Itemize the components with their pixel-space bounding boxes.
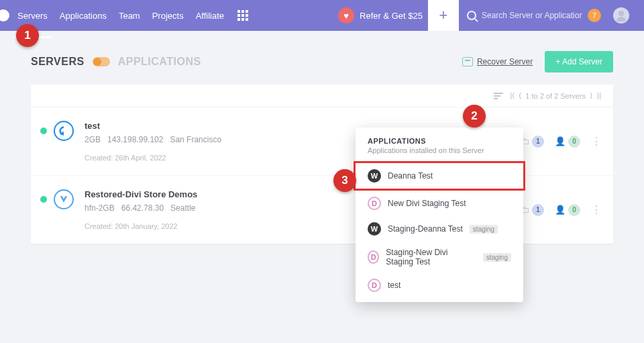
top-nav: Servers Applications Team Projects Affil… bbox=[0, 0, 644, 31]
heading-row: SERVERS APPLICATIONS Recover Server + Ad… bbox=[31, 51, 613, 72]
pager: |⟨ ⟨ 1 to 2 of 2 Servers ⟩ ⟩| bbox=[510, 91, 601, 100]
callout-3: 3 bbox=[333, 169, 356, 192]
server-row[interactable]: Restored-Divi Store Demos hfn-2GB 66.42.… bbox=[31, 176, 613, 244]
staging-tag: staging bbox=[483, 253, 511, 262]
popover-title: APPLICATIONS bbox=[356, 137, 523, 145]
divi-icon: D bbox=[368, 250, 379, 264]
server-location: San Francisco bbox=[170, 135, 221, 144]
pager-prev-icon[interactable]: ⟨ bbox=[519, 91, 521, 100]
callout-2: 2 bbox=[463, 105, 486, 128]
staging-tag: staging bbox=[470, 225, 498, 234]
users-count: 0 bbox=[568, 204, 580, 216]
recover-icon bbox=[462, 57, 473, 66]
heading-applications[interactable]: APPLICATIONS bbox=[118, 56, 201, 68]
app-label: Staging-New Divi Staging Test bbox=[386, 248, 476, 266]
svg-rect-0 bbox=[62, 132, 64, 134]
pager-first-icon[interactable]: |⟨ bbox=[510, 91, 515, 100]
popover-app-item[interactable]: D New Divi Staging Test bbox=[356, 191, 523, 216]
person-icon: 👤 bbox=[555, 136, 566, 146]
nav-team[interactable]: Team bbox=[119, 11, 140, 21]
search-input[interactable] bbox=[482, 11, 582, 20]
server-ip: 143.198.99.102 bbox=[107, 135, 163, 144]
search-icon bbox=[467, 11, 476, 20]
divi-icon: D bbox=[368, 197, 381, 210]
popover-app-item[interactable]: W Deanna Test bbox=[354, 161, 525, 191]
app-label: New Divi Staging Test bbox=[388, 199, 466, 208]
wordpress-icon: W bbox=[368, 169, 381, 183]
projects-count: 1 bbox=[532, 136, 544, 148]
heart-icon: ♥ bbox=[338, 7, 354, 23]
row-menu-icon[interactable]: ⋮ bbox=[591, 135, 601, 148]
popover-app-item[interactable]: D Staging-New Divi Staging Test staging bbox=[356, 242, 523, 273]
user-avatar-icon[interactable] bbox=[613, 7, 629, 23]
row-menu-icon[interactable]: ⋮ bbox=[591, 203, 601, 216]
server-size: hfn-2GB bbox=[85, 203, 115, 213]
divi-icon: D bbox=[368, 279, 381, 292]
server-location: Seattle bbox=[170, 203, 195, 213]
pager-text: 1 to 2 of 2 Servers bbox=[525, 92, 586, 100]
server-row[interactable]: test 2GB 143.198.99.102 San Francisco Cr… bbox=[31, 107, 613, 176]
server-ip: 66.42.78.30 bbox=[121, 203, 164, 213]
svg-rect-1 bbox=[60, 134, 62, 135]
projects-stat[interactable]: 🗀 1 bbox=[521, 204, 544, 216]
heading-servers: SERVERS bbox=[31, 56, 85, 68]
server-stats: 🗀 1 👤 0 ⋮ bbox=[521, 189, 601, 230]
callout-1: 1 bbox=[16, 24, 39, 47]
panel-toolbar: |⟨ ⟨ 1 to 2 of 2 Servers ⟩ ⟩| bbox=[31, 85, 613, 107]
provider-vultr-icon bbox=[54, 189, 74, 209]
search-area[interactable]: 7 bbox=[459, 0, 644, 31]
users-stat[interactable]: 👤 0 bbox=[555, 136, 580, 148]
pager-last-icon[interactable]: ⟩| bbox=[596, 91, 601, 100]
provider-digitalocean-icon bbox=[54, 121, 74, 141]
servers-apps-toggle[interactable] bbox=[93, 57, 110, 66]
apps-grid-icon[interactable] bbox=[237, 10, 248, 21]
projects-count: 1 bbox=[532, 204, 544, 216]
person-icon: 👤 bbox=[555, 205, 566, 215]
refer-button[interactable]: ♥ Refer & Get $25 bbox=[338, 7, 423, 23]
add-server-button[interactable]: + Add Server bbox=[545, 51, 613, 72]
users-count: 0 bbox=[568, 136, 580, 148]
status-dot-icon bbox=[40, 196, 47, 203]
recover-server-link[interactable]: Recover Server bbox=[462, 57, 533, 66]
pager-next-icon[interactable]: ⟩ bbox=[590, 91, 592, 100]
nav-projects[interactable]: Projects bbox=[152, 11, 184, 21]
popover-subtitle: Applications installed on this Server bbox=[356, 145, 523, 161]
status-dot-icon bbox=[40, 128, 47, 134]
users-stat[interactable]: 👤 0 bbox=[555, 204, 580, 216]
nav-links: Servers Applications Team Projects Affil… bbox=[17, 11, 224, 21]
page-body: SERVERS APPLICATIONS Recover Server + Ad… bbox=[0, 31, 644, 244]
projects-stat[interactable]: 🗀 1 bbox=[521, 136, 544, 148]
app-label: test bbox=[388, 281, 400, 290]
nav-affiliate[interactable]: Affiliate bbox=[196, 11, 224, 21]
app-label: Staging-Deanna Test bbox=[388, 224, 463, 234]
nav-applications[interactable]: Applications bbox=[60, 11, 107, 21]
applications-popover: APPLICATIONS Applications installed on t… bbox=[356, 128, 523, 302]
brand-icon bbox=[0, 9, 9, 21]
notification-badge[interactable]: 7 bbox=[588, 9, 601, 22]
wordpress-icon: W bbox=[368, 222, 381, 236]
add-button[interactable]: + bbox=[428, 0, 459, 31]
popover-app-item[interactable]: D test bbox=[356, 273, 523, 298]
recover-label: Recover Server bbox=[477, 57, 533, 66]
refer-label: Refer & Get $25 bbox=[360, 11, 423, 21]
sort-icon[interactable] bbox=[494, 93, 503, 99]
popover-app-item[interactable]: W Staging-Deanna Test staging bbox=[356, 216, 523, 242]
app-label: Deanna Test bbox=[388, 171, 433, 181]
server-size: 2GB bbox=[85, 135, 101, 144]
servers-panel: |⟨ ⟨ 1 to 2 of 2 Servers ⟩ ⟩| test 2GB 1… bbox=[31, 85, 613, 244]
